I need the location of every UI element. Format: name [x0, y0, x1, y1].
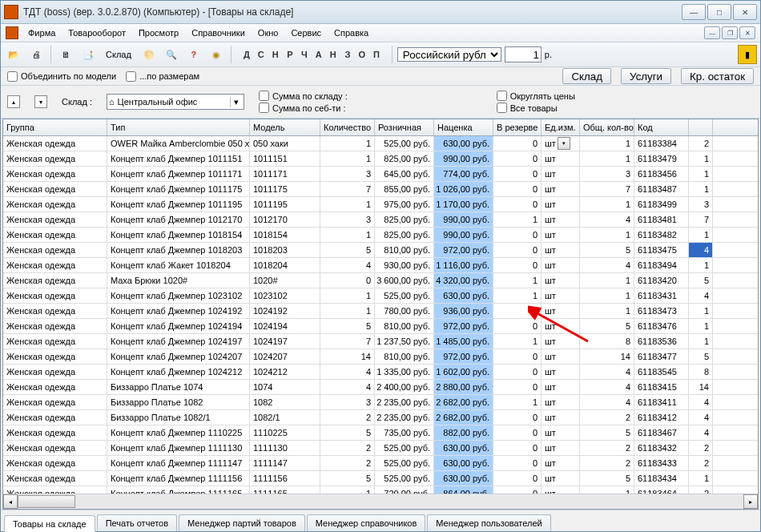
table-row[interactable]: Женская одеждаКонцепт клаб Джемпер 10242… — [3, 349, 758, 365]
table-cell[interactable]: 61183499 — [634, 197, 689, 212]
table-cell[interactable]: 0 — [493, 349, 542, 364]
table-cell[interactable]: 1 — [689, 471, 713, 486]
table-cell[interactable]: 61183473 — [634, 304, 689, 318]
table-cell[interactable]: 0 — [493, 136, 542, 151]
tab[interactable]: Менеджер пользователей — [427, 514, 550, 531]
table-cell[interactable]: Женская одежда — [3, 212, 107, 227]
table-cell[interactable]: 1024212 — [250, 365, 320, 379]
table-cell[interactable]: 630,00 руб. — [434, 441, 493, 455]
table-cell[interactable]: 14 — [689, 380, 713, 394]
table-cell[interactable]: шт — [542, 197, 580, 212]
minimize-button[interactable]: — — [682, 4, 706, 20]
scroll-thumb[interactable] — [18, 495, 75, 508]
table-cell[interactable]: 61183434 — [634, 471, 689, 486]
menu-справка[interactable]: Справка — [328, 26, 375, 39]
table-cell[interactable]: Женская одежда — [3, 395, 107, 409]
table-cell[interactable]: 2 — [689, 486, 713, 494]
table-row[interactable]: Женская одеждаКонцепт клаб Джемпер 10111… — [3, 151, 758, 167]
table-cell[interactable]: Концепт клаб Джемпер 1011195 — [107, 197, 250, 212]
column-header[interactable]: Наценка — [434, 119, 493, 135]
table-cell[interactable]: Концепт клаб Джемпер 1024194 — [107, 319, 250, 333]
table-cell[interactable]: 61183479 — [634, 151, 689, 166]
menu-сервис[interactable]: Сервис — [284, 26, 328, 39]
table-cell[interactable]: 1 170,00 руб. — [434, 197, 493, 212]
table-cell[interactable]: 5 — [689, 273, 713, 288]
table-cell[interactable]: 972,00 руб. — [434, 319, 493, 333]
table-cell[interactable]: шт — [542, 410, 580, 425]
table-cell[interactable]: 61183475 — [634, 243, 689, 257]
menu-просмотр[interactable]: Просмотр — [132, 26, 185, 39]
table-cell[interactable]: 61183431 — [634, 288, 689, 303]
tab[interactable]: Товары на складе — [4, 515, 95, 532]
table-cell[interactable]: Женская одежда — [3, 410, 107, 425]
table-cell[interactable]: 2 — [580, 456, 634, 470]
table-cell[interactable]: 5 — [580, 471, 634, 486]
table-cell[interactable]: 5 — [320, 243, 375, 257]
table-cell[interactable]: Женская одежда — [3, 167, 107, 181]
menu-окно[interactable]: Окно — [252, 26, 285, 39]
table-cell[interactable]: 825,00 руб. — [375, 212, 434, 227]
table-cell[interactable]: Женская одежда — [3, 151, 107, 166]
column-header[interactable]: Общ. кол-во — [580, 119, 634, 135]
table-cell[interactable]: Женская одежда — [3, 471, 107, 486]
table-cell[interactable]: Maxa Брюки 1020# — [107, 273, 250, 288]
menu-справочники[interactable]: Справочники — [185, 26, 252, 39]
table-cell[interactable]: 61183467 — [634, 425, 689, 440]
table-cell[interactable]: 0 — [493, 151, 542, 166]
currency-select[interactable]: Российский рубль — [397, 47, 501, 62]
table-row[interactable]: Женская одеждаКонцепт клаб Джемпер 10181… — [3, 228, 758, 243]
table-cell[interactable]: 1 — [580, 151, 634, 166]
table-cell[interactable]: 2 — [320, 410, 375, 425]
sklad-combo[interactable]: ⌂ Центральный офис ▾ — [107, 94, 244, 110]
table-cell[interactable]: 0 — [493, 410, 542, 425]
table-cell[interactable]: 645,00 руб. — [375, 167, 434, 181]
tab[interactable]: Менеджер партий товаров — [179, 514, 305, 531]
table-cell[interactable]: 0 — [493, 197, 542, 212]
all-goods-checkbox[interactable]: Все товары — [497, 103, 575, 113]
table-cell[interactable]: 1110225 — [250, 425, 320, 440]
table-cell[interactable]: 5 — [320, 471, 375, 486]
table-cell[interactable]: Концепт клаб Жакет 1018204 — [107, 258, 250, 272]
letter-filter[interactable]: Н — [328, 50, 339, 59]
table-cell[interactable]: 4 — [689, 243, 713, 257]
mdi-restore-button[interactable]: ❐ — [722, 26, 738, 39]
table-row[interactable]: Женская одеждаБиззарро Платье 1082108232… — [3, 395, 758, 410]
table-row[interactable]: Женская одеждаOWER Майка Amberclombie 05… — [3, 136, 758, 151]
table-cell[interactable]: Концепт клаб Джемпер 1024207 — [107, 349, 250, 364]
table-cell[interactable]: 0 — [493, 319, 542, 333]
table-cell[interactable]: 1 — [580, 486, 634, 494]
table-cell[interactable]: Женская одежда — [3, 243, 107, 257]
mdi-minimize-button[interactable]: — — [704, 26, 720, 39]
table-cell[interactable]: шт — [542, 288, 580, 303]
table-cell[interactable]: 8 — [689, 365, 713, 379]
table-cell[interactable]: 1023102 — [250, 288, 320, 303]
table-cell[interactable]: 1 — [689, 228, 713, 242]
table-cell[interactable]: 3 600,00 руб. — [375, 273, 434, 288]
table-cell[interactable]: 1 — [320, 486, 375, 494]
table-cell[interactable]: 1024194 — [250, 319, 320, 333]
table-cell[interactable]: шт — [542, 258, 580, 272]
table-cell[interactable]: шт — [542, 425, 580, 440]
sklad-button[interactable]: Склад — [562, 68, 611, 84]
refresh-icon[interactable]: 🌕 — [139, 45, 159, 64]
table-cell[interactable]: 1 — [320, 304, 375, 318]
table-cell[interactable]: Концепт клаб Джемпер 1111165 — [107, 486, 250, 494]
table-cell[interactable]: 882,00 руб. — [434, 425, 493, 440]
table-cell[interactable]: 972,00 руб. — [434, 243, 493, 257]
table-cell[interactable]: 61183411 — [634, 395, 689, 409]
table-cell[interactable]: 3 — [580, 167, 634, 181]
table-cell[interactable]: 1018203 — [250, 243, 320, 257]
table-cell[interactable]: 61183412 — [634, 410, 689, 425]
table-cell[interactable]: шт — [542, 334, 580, 349]
table-cell[interactable]: 1020# — [250, 273, 320, 288]
table-cell[interactable]: 1 — [580, 273, 634, 288]
table-row[interactable]: Женская одеждаКонцепт клаб Джемпер 11111… — [3, 441, 758, 456]
table-row[interactable]: Женская одеждаБиззарро Платье 1074107442… — [3, 380, 758, 395]
table-cell[interactable]: 1111165 — [250, 486, 320, 494]
table-cell[interactable]: Концепт клаб Джемпер 1018154 — [107, 228, 250, 242]
table-cell[interactable]: 4 — [320, 365, 375, 379]
scroll-left-icon[interactable]: ◂ — [3, 494, 18, 509]
table-row[interactable]: Женская одеждаКонцепт клаб Жакет 1018204… — [3, 258, 758, 273]
table-cell[interactable]: 0 — [493, 228, 542, 242]
combine-by-model-checkbox[interactable]: Объединить по модели — [7, 71, 116, 82]
